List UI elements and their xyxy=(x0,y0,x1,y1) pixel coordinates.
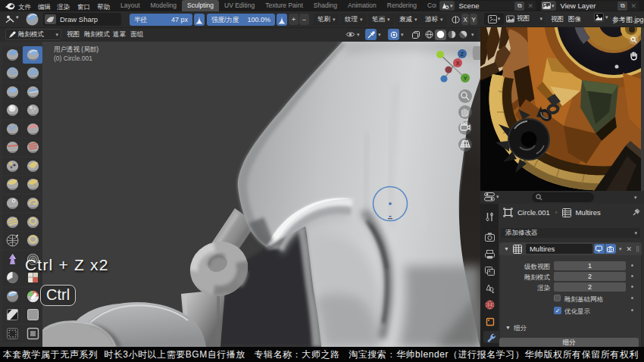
svg-text:Y: Y xyxy=(464,76,467,81)
svg-text:X: X xyxy=(456,61,460,66)
svg-text:Z: Z xyxy=(461,51,464,57)
